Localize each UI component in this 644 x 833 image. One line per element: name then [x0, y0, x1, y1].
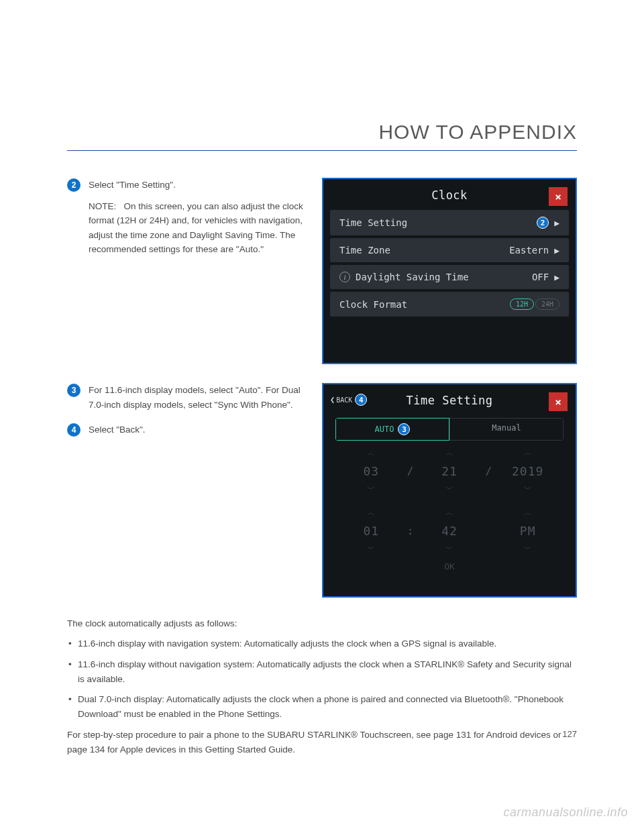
chevron-up-icon[interactable]: ︿ — [417, 445, 483, 461]
bullet-1: 11.6-inch display with navigation system… — [67, 636, 577, 651]
step-3: 3 For 11.6-inch display models, select "… — [67, 383, 309, 412]
chevron-right-icon: ▶ — [554, 218, 559, 228]
back-button[interactable]: ❮ BACK 4 — [330, 394, 367, 406]
row-time-zone-value: Eastern — [509, 245, 549, 256]
chevron-down-icon[interactable]: ﹀ — [338, 541, 405, 557]
chevron-down-icon[interactable]: ﹀ — [494, 541, 561, 557]
watermark: carmanualsonline.info — [503, 806, 628, 820]
time-hour: 01 — [338, 521, 405, 541]
ok-button[interactable]: OK — [323, 561, 576, 571]
step-badge-2: 2 — [67, 178, 80, 192]
chevron-right-icon: ▶ — [554, 272, 559, 282]
close-button[interactable]: × — [549, 187, 568, 206]
row-time-setting-label: Time Setting — [339, 217, 407, 228]
time-minute: 42 — [417, 521, 483, 541]
step-badge-4: 4 — [67, 423, 80, 437]
step-badge-3: 3 — [67, 384, 80, 397]
callout-2: 2 — [537, 217, 549, 229]
chevron-right-icon: ▶ — [554, 245, 559, 256]
chevron-up-icon[interactable]: ︿ — [338, 504, 405, 521]
row-time-setting[interactable]: Time Setting 2 ▶ — [330, 210, 569, 235]
tab-auto[interactable]: AUTO 3 — [335, 418, 449, 441]
back-label: BACK — [336, 396, 352, 404]
callout-4: 4 — [355, 394, 367, 406]
row-dst-value: OFF — [532, 272, 549, 282]
format-12h-toggle[interactable]: 12H — [510, 298, 534, 310]
time-ampm: PM — [494, 521, 561, 541]
bullet-2: 11.6-inch display without navigation sys… — [67, 657, 577, 687]
chevron-left-icon: ❮ — [330, 395, 335, 404]
date-month: 03 — [338, 461, 405, 481]
date-sep: / — [482, 465, 494, 478]
time-sep: : — [405, 524, 417, 537]
row-dst-label: Daylight Saving Time — [356, 272, 469, 282]
step-2: 2 Select "Time Setting". NOTE: On this s… — [67, 178, 309, 257]
chevron-down-icon[interactable]: ﹀ — [338, 481, 405, 498]
chevron-up-icon[interactable]: ︿ — [338, 445, 405, 461]
bullet-3: Dual 7.0-inch display: Automatically adj… — [67, 692, 577, 722]
row-time-zone[interactable]: Time Zone Eastern ▶ — [330, 238, 569, 262]
footer-paragraph: For step-by-step procedure to pair a pho… — [67, 728, 577, 758]
format-24h-toggle[interactable]: 24H — [535, 298, 559, 310]
step-2-text: Select "Time Setting". — [89, 178, 309, 192]
tab-auto-label: AUTO — [375, 425, 394, 434]
callout-3: 3 — [398, 423, 410, 435]
info-icon: i — [339, 272, 350, 282]
page-number: 127 — [562, 729, 577, 739]
date-day: 21 — [417, 461, 483, 481]
note-label: NOTE: — [89, 201, 116, 211]
date-year: 2019 — [494, 461, 561, 481]
close-button[interactable]: × — [549, 392, 568, 411]
row-clock-format[interactable]: Clock Format 12H 24H — [330, 292, 569, 317]
step-4-text: Select "Back". — [89, 423, 146, 437]
row-time-zone-label: Time Zone — [339, 245, 390, 256]
chevron-up-icon[interactable]: ︿ — [494, 504, 561, 521]
chevron-down-icon[interactable]: ﹀ — [494, 481, 561, 498]
row-dst[interactable]: i Daylight Saving Time OFF ▶ — [330, 265, 569, 289]
clock-screen: Clock × Time Setting 2 ▶ Time Zone Easte… — [322, 178, 577, 364]
clock-screen-title: Clock — [323, 179, 576, 207]
chevron-down-icon[interactable]: ﹀ — [417, 541, 483, 557]
row-clock-format-label: Clock Format — [339, 299, 407, 310]
page-title: HOW TO APPENDIX — [67, 121, 577, 151]
clock-intro: The clock automatically adjusts as follo… — [67, 616, 577, 631]
step-3-text: For 11.6-inch display models, select "Au… — [89, 383, 309, 412]
time-setting-screen: ❮ BACK 4 Time Setting × AUTO 3 Manual ︿ … — [322, 383, 577, 598]
chevron-down-icon[interactable]: ﹀ — [417, 481, 483, 498]
tab-manual[interactable]: Manual — [449, 418, 564, 441]
chevron-up-icon[interactable]: ︿ — [417, 504, 483, 521]
date-sep: / — [405, 465, 417, 478]
step-4: 4 Select "Back". — [67, 423, 309, 437]
chevron-up-icon[interactable]: ︿ — [494, 445, 561, 461]
